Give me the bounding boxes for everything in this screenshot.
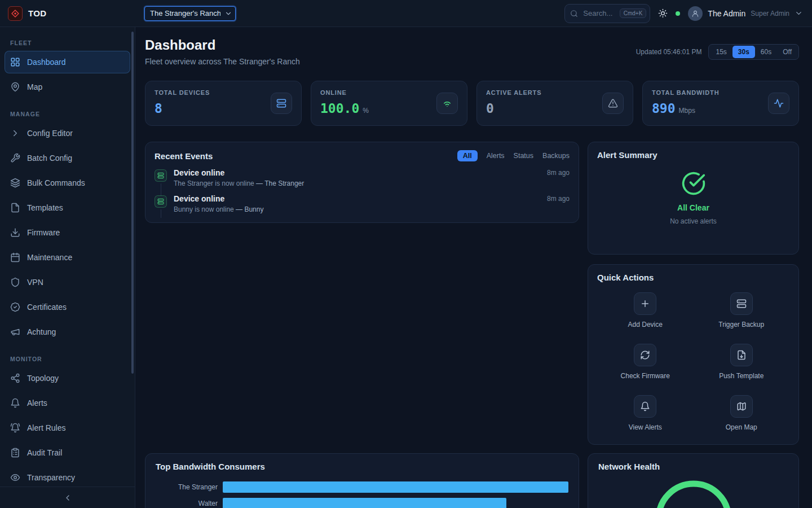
sidebar-item-bulk-commands[interactable]: Bulk Commands (5, 172, 130, 194)
quick-action-label: Open Map (726, 423, 757, 431)
sidebar-item-firmware[interactable]: Firmware (5, 221, 130, 244)
sidebar-item-transparency[interactable]: Transparency (5, 466, 130, 489)
sidebar-item-dashboard[interactable]: Dashboard (5, 51, 130, 73)
stat-unit: % (363, 107, 369, 115)
sidebar-item-alerts[interactable]: Alerts (5, 392, 130, 414)
quick-action-label: View Alerts (629, 423, 662, 431)
chevron-down-icon (795, 9, 803, 17)
sidebar-item-maintenance[interactable]: Maintenance (5, 246, 130, 269)
megaphone-icon (10, 327, 20, 337)
bandwidth-row: The Stranger (156, 479, 568, 495)
bell-icon (634, 395, 656, 418)
stat-value: 0 (486, 101, 494, 116)
user-menu[interactable]: The Admin Super Admin (688, 6, 803, 21)
filter-backups[interactable]: Backups (542, 152, 570, 160)
sidebar-item-batch-config[interactable]: Batch Config (5, 147, 130, 169)
quick-action-label: Check Firmware (621, 372, 670, 380)
fleet-selector[interactable]: The Stranger's Ranch (144, 6, 236, 21)
event-title: Device online (174, 194, 224, 203)
plus-icon (634, 292, 656, 315)
sidebar-item-label: Dashboard (27, 58, 66, 67)
sidebar-collapse-button[interactable] (0, 487, 135, 508)
layers-icon (10, 178, 20, 188)
eye-icon (10, 472, 20, 483)
refresh-option-30s[interactable]: 30s (732, 46, 755, 58)
event-title: Device online (174, 168, 224, 177)
sidebar-item-label: Alerts (27, 398, 47, 408)
download-icon (10, 227, 20, 238)
recent-events-panel: Recent Events All Alerts Status Backups (145, 142, 579, 223)
quick-action-label: Push Template (719, 372, 764, 380)
stat-card-total-devices: TOTAL DEVICES 8 (145, 81, 302, 126)
sidebar-item-certificates[interactable]: Certificates (5, 296, 130, 318)
sidebar-item-achtung[interactable]: Achtung (5, 321, 130, 343)
quick-action-open-map[interactable]: Open Map (694, 395, 790, 431)
sidebar-item-label: Config Editor (27, 129, 73, 138)
sidebar-item-alert-rules[interactable]: Alert Rules (5, 417, 130, 439)
event-time: 8m ago (547, 169, 570, 177)
bell-icon (10, 398, 20, 408)
page-subtitle: Fleet overview across The Stranger's Ran… (145, 57, 300, 66)
bar-label: Walter (156, 500, 223, 507)
sidebar-scrollbar[interactable] (131, 32, 134, 374)
alert-triangle-icon (602, 93, 624, 114)
quick-action-check-firmware[interactable]: Check Firmware (597, 344, 694, 380)
bar-label: The Stranger (156, 483, 223, 491)
sidebar-item-label: Alert Rules (27, 423, 65, 432)
refresh-option-15s[interactable]: 15s (710, 46, 732, 58)
filter-status[interactable]: Status (514, 152, 533, 160)
refresh-option-off[interactable]: Off (777, 46, 797, 58)
server-icon (155, 169, 167, 182)
stat-label: ACTIVE ALERTS (486, 89, 541, 96)
sidebar-item-topology[interactable]: Topology (5, 367, 130, 389)
filter-all[interactable]: All (457, 150, 478, 161)
panel-title: Recent Events (155, 151, 213, 161)
wifi-icon (436, 93, 458, 114)
quick-action-add-device[interactable]: Add Device (597, 292, 694, 329)
search-icon (570, 10, 578, 17)
event-filters: All Alerts Status Backups (457, 150, 570, 161)
topbar: TOD The Stranger's Ranch Cmd+K (0, 0, 812, 27)
connection-status-dot (676, 11, 680, 16)
sidebar-item-config-editor[interactable]: Config Editor (5, 122, 130, 144)
stat-card-total-bandwidth: TOTAL BANDWIDTH 890 Mbps (642, 81, 799, 126)
sidebar-item-label: Map (27, 82, 42, 91)
filter-alerts[interactable]: Alerts (487, 152, 505, 160)
theme-toggle-sun-icon[interactable] (658, 8, 668, 18)
sidebar-item-map[interactable]: Map (5, 76, 130, 98)
fleet-selector-wrap: The Stranger's Ranch (144, 6, 236, 21)
event-row: Device online 8m ago The Stranger is now… (155, 168, 570, 194)
network-health-panel: Network Health 100 (588, 453, 799, 508)
stat-value: 890 (652, 101, 676, 116)
refresh-option-60s[interactable]: 60s (755, 46, 777, 58)
map-icon (730, 395, 753, 418)
bandwidth-chart: The Stranger Walter (156, 479, 568, 508)
file-down-icon (730, 344, 753, 366)
quick-action-push-template[interactable]: Push Template (694, 344, 790, 380)
wrench-icon (10, 153, 20, 163)
quick-action-trigger-backup[interactable]: Trigger Backup (694, 292, 790, 329)
chevron-left-icon (63, 493, 72, 502)
sidebar-item-label: Topology (27, 374, 59, 383)
sidebar-item-label: Templates (27, 203, 63, 212)
sidebar-item-label: Transparency (27, 473, 75, 482)
terminal-chevron-icon (10, 128, 20, 138)
sidebar-item-vpn[interactable]: VPN (5, 271, 130, 294)
event-description: Bunny is now online (174, 205, 234, 213)
sidebar-item-audit-trail[interactable]: Audit Trail (5, 441, 130, 464)
refresh-interval-group: 15s 30s 60s Off (708, 44, 799, 60)
network-health-gauge: 100 (598, 475, 788, 508)
stat-value: 8 (155, 101, 162, 116)
server-icon (271, 93, 292, 114)
panel-title: Alert Summary (597, 150, 657, 160)
stat-label: TOTAL DEVICES (155, 89, 210, 96)
alert-status-text: All Clear (677, 203, 709, 212)
user-role: Super Admin (751, 10, 789, 17)
panel-title: Network Health (598, 462, 660, 471)
shield-icon (10, 277, 20, 287)
bell-ring-icon (10, 423, 20, 433)
file-icon (10, 203, 20, 213)
quick-action-view-alerts[interactable]: View Alerts (597, 395, 694, 431)
sidebar-item-templates[interactable]: Templates (5, 196, 130, 219)
stat-label: ONLINE (320, 89, 369, 96)
